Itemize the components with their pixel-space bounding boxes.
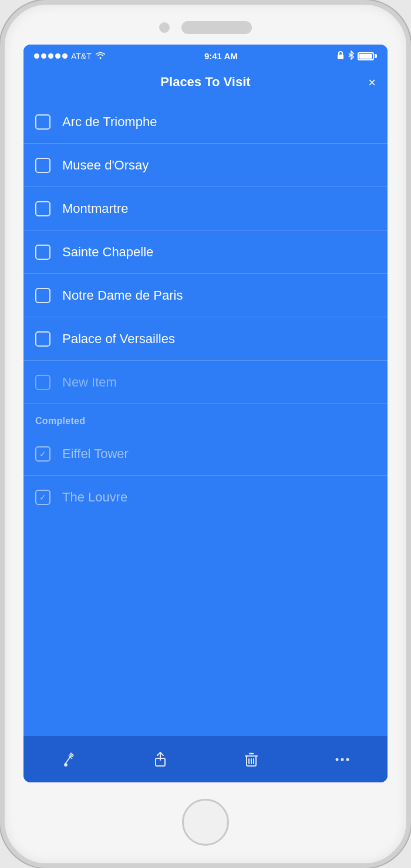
wifi-icon — [95, 51, 106, 61]
completed-item[interactable]: The Louvre — [23, 476, 388, 519]
speaker-pill — [181, 21, 252, 34]
checkbox-versailles[interactable] — [35, 331, 50, 347]
completed-item[interactable]: Eiffel Tower — [23, 432, 388, 476]
checkbox-montmartre[interactable] — [35, 201, 50, 216]
svg-rect-0 — [338, 55, 343, 59]
checkbox-louvre[interactable] — [35, 490, 50, 505]
item-label-versailles: Palace of Versailles — [62, 331, 175, 347]
list-container: Arc de Triomphe Musee d'Orsay Montmartre… — [23, 100, 388, 735]
lock-icon — [336, 50, 345, 62]
list-item[interactable]: Montmartre — [23, 187, 388, 230]
delete-button[interactable] — [237, 745, 266, 774]
status-time: 9:41 AM — [204, 51, 238, 61]
new-item-row[interactable]: New Item — [23, 361, 388, 404]
item-label-chapelle: Sainte Chapelle — [62, 245, 153, 260]
screen: AT&T 9:41 AM — [23, 45, 388, 782]
signal-dot-2 — [41, 53, 46, 59]
item-label-eiffel: Eiffel Tower — [62, 446, 129, 462]
bottom-toolbar — [23, 735, 388, 782]
phone-frame: AT&T 9:41 AM — [0, 0, 411, 868]
list-item[interactable]: Palace of Versailles — [23, 317, 388, 361]
signal-dot-1 — [34, 53, 39, 59]
list-item[interactable]: Arc de Triomphe — [23, 100, 388, 144]
share-button[interactable] — [146, 745, 175, 774]
svg-point-10 — [346, 758, 349, 761]
new-item-label[interactable]: New Item — [62, 375, 117, 390]
signal-dot-4 — [55, 53, 60, 59]
signal-dots — [34, 53, 68, 59]
status-bar: AT&T 9:41 AM — [23, 45, 388, 65]
checkbox-notredame[interactable] — [35, 288, 50, 303]
completed-section-header: Completed — [23, 404, 388, 432]
checkbox-newitem[interactable] — [35, 375, 50, 390]
svg-point-8 — [335, 758, 338, 761]
item-label-louvre: The Louvre — [62, 490, 127, 505]
home-button[interactable] — [182, 799, 229, 846]
item-label-montmartre: Montmartre — [62, 201, 128, 216]
signal-dot-5 — [62, 53, 68, 59]
checkbox-arc[interactable] — [35, 114, 50, 130]
signal-dot-3 — [48, 53, 53, 59]
list-item[interactable]: Notre Dame de Paris — [23, 274, 388, 317]
checkbox-eiffel[interactable] — [35, 446, 50, 462]
list-item[interactable]: Sainte Chapelle — [23, 230, 388, 274]
phone-bottom — [5, 788, 406, 863]
close-button[interactable]: × — [368, 76, 376, 89]
status-left: AT&T — [34, 51, 106, 61]
app-title: Places To Visit — [160, 74, 250, 90]
bluetooth-icon — [348, 50, 355, 62]
app-header: Places To Visit × — [23, 65, 388, 100]
checkbox-orsay[interactable] — [35, 158, 50, 173]
item-label-arc: Arc de Triomphe — [62, 114, 157, 130]
checkbox-chapelle[interactable] — [35, 245, 50, 260]
phone-top-bar — [5, 5, 406, 45]
carrier-label: AT&T — [71, 52, 92, 61]
camera-dot — [159, 22, 170, 33]
item-label-notredame: Notre Dame de Paris — [62, 288, 183, 303]
svg-point-9 — [341, 758, 343, 761]
item-label-orsay: Musee d'Orsay — [62, 158, 149, 173]
battery-icon — [358, 52, 377, 60]
list-item[interactable]: Musee d'Orsay — [23, 144, 388, 187]
status-right — [336, 50, 377, 62]
paint-button[interactable] — [55, 745, 84, 774]
more-button[interactable] — [328, 745, 357, 774]
